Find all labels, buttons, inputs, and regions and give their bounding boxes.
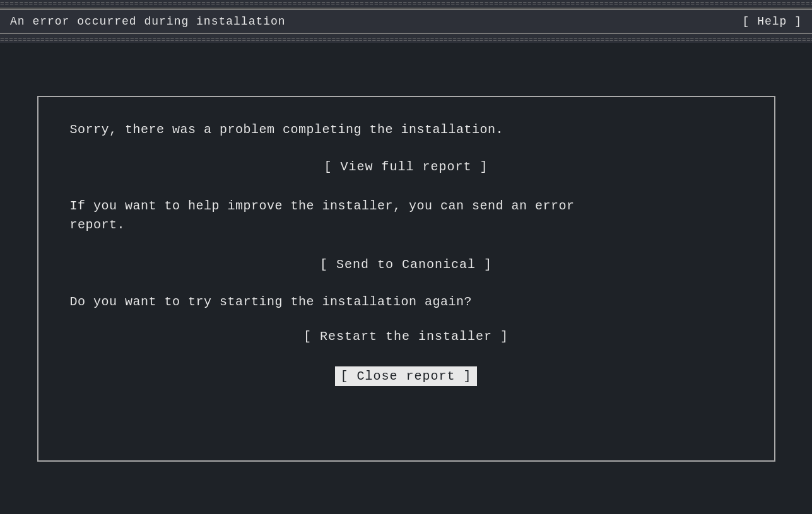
help-button[interactable]: [ Help ] — [743, 15, 802, 28]
title-bar: An error occurred during installation [ … — [0, 9, 812, 34]
send-canonical-button[interactable]: [ Send to Canonical ] — [315, 255, 497, 274]
restart-installer-button[interactable]: [ Restart the installer ] — [298, 327, 514, 346]
info-text-line2: report. — [70, 218, 126, 232]
bottom-title-border: ========================================… — [0, 34, 812, 43]
send-canonical-row: [ Send to Canonical ] — [70, 255, 743, 274]
close-report-row: [ Close report ] — [70, 366, 743, 386]
border-line: ========================================… — [0, 37, 812, 43]
info-text: If you want to help improve the installe… — [70, 197, 743, 235]
close-report-button[interactable]: [ Close report ] — [335, 366, 476, 386]
info-text-line1: If you want to help improve the installe… — [70, 199, 575, 213]
top-border: ========================================… — [0, 0, 812, 9]
restart-installer-row: [ Restart the installer ] — [70, 327, 743, 346]
top-border-line: ========================================… — [0, 0, 812, 8]
error-message: Sorry, there was a problem completing th… — [70, 122, 743, 137]
page-title: An error occurred during installation — [10, 15, 286, 28]
dialog-box: Sorry, there was a problem completing th… — [37, 96, 775, 462]
view-report-row: [ View full report ] — [70, 157, 743, 177]
view-report-button[interactable]: [ View full report ] — [319, 157, 493, 177]
restart-question: Do you want to try starting the installa… — [70, 295, 743, 309]
main-content: Sorry, there was a problem completing th… — [0, 43, 812, 514]
terminal-container: ========================================… — [0, 0, 812, 514]
